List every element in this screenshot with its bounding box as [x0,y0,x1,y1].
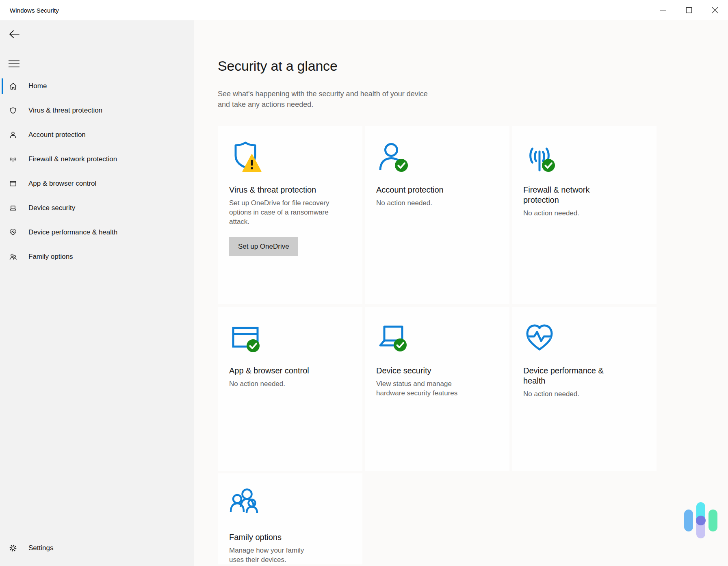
app-window-icon [229,321,262,353]
laptop-icon [376,321,409,353]
hamburger-icon [9,60,20,67]
tile-title: Account protection [376,185,474,195]
health-heart-icon [8,228,18,237]
tile-grid: Virus & threat protection Set up OneDriv… [218,126,728,564]
sidebar-item-home[interactable]: Home [0,74,194,98]
sidebar: Home Virus & threat protection Account p… [0,20,194,566]
tile-description: View status and manage hardware security… [376,379,464,398]
tile-app-browser-control[interactable]: App & browser control No action needed. [218,307,362,471]
sidebar-item-virus-threat-protection[interactable]: Virus & threat protection [0,98,194,123]
family-icon [8,252,18,262]
check-badge-icon [246,339,260,353]
sidebar-item-device-security[interactable]: Device security [0,196,194,220]
sidebar-item-family-options[interactable]: Family options [0,245,194,269]
tile-title: Firewall & network protection [523,185,622,205]
tile-title: Virus & threat protection [229,185,327,195]
tile-title: Device performance & health [523,366,622,386]
minimize-icon [658,5,668,15]
page-title: Security at a glance [218,58,728,74]
tile-status: No action needed. [523,389,645,399]
check-badge-icon [393,338,407,352]
close-button[interactable] [702,0,728,20]
firewall-icon [523,140,556,173]
tile-description: Set up OneDrive for file recovery option… [229,198,336,226]
gear-icon [8,543,18,553]
sidebar-item-settings[interactable]: Settings [0,538,194,559]
tile-family-options[interactable]: Family options Manage how your family us… [218,473,362,564]
warning-badge-icon [242,154,262,172]
tile-title: Family options [229,532,327,542]
person-icon [8,130,18,140]
tile-title: App & browser control [229,366,327,376]
hamburger-menu-button[interactable] [9,58,25,70]
close-icon [710,5,720,15]
laptop-icon [8,203,18,213]
page-subtitle: See what's happening with the security a… [218,89,429,110]
maximize-button[interactable] [676,0,702,20]
tile-status: No action needed. [523,208,645,218]
check-badge-icon [394,158,408,172]
sidebar-item-device-performance-health[interactable]: Device performance & health [0,220,194,245]
shield-icon [8,106,18,115]
tile-title: Device security [376,366,474,376]
tile-account-protection[interactable]: Account protection No action needed. [365,126,509,304]
tile-virus-threat-protection[interactable]: Virus & threat protection Set up OneDriv… [218,126,362,304]
app-window-icon [8,179,18,189]
tile-firewall-network[interactable]: Firewall & network protection No action … [512,126,656,304]
minimize-button[interactable] [650,0,676,20]
tile-device-performance-health[interactable]: Device performance & health No action ne… [512,307,656,471]
sidebar-item-account-protection[interactable]: Account protection [0,123,194,147]
back-button[interactable] [8,27,26,41]
window-title: Windows Security [10,7,59,14]
title-bar: Windows Security [0,0,728,20]
firewall-icon [8,154,18,164]
maximize-icon [684,5,694,15]
tile-status: No action needed. [376,198,498,208]
shield-icon [229,140,262,173]
person-icon [376,140,409,173]
sidebar-nav: Home Virus & threat protection Account p… [0,74,194,269]
setup-onedrive-button[interactable]: Set up OneDrive [229,237,298,256]
tile-description: Manage how your family uses their device… [229,546,319,564]
sidebar-item-firewall-network[interactable]: Firewall & network protection [0,147,194,171]
sidebar-item-app-browser-control[interactable]: App & browser control [0,171,194,196]
health-heart-icon [523,321,556,353]
family-icon [229,488,262,520]
tile-device-security[interactable]: Device security View status and manage h… [365,307,509,471]
tile-status: No action needed. [229,379,351,388]
window-controls [650,0,728,20]
home-icon [8,81,18,91]
back-arrow-icon [8,29,20,39]
check-badge-icon [542,158,555,172]
main-content: Security at a glance See what's happenin… [194,20,728,566]
